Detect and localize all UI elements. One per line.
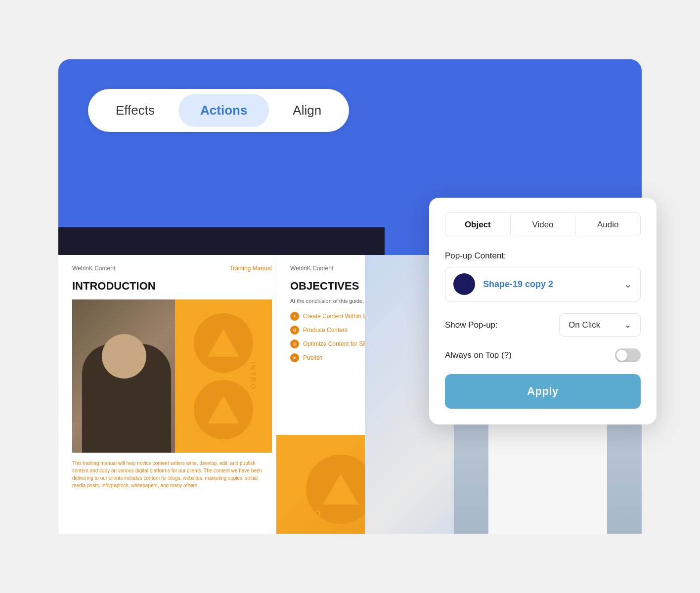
always-on-top-toggle[interactable] — [615, 348, 641, 362]
doc-training-label: Training Manual — [229, 265, 272, 272]
circle-triangle-top — [194, 313, 253, 373]
dropdown-chevron-icon: ⌄ — [624, 320, 631, 330]
shape-chevron-icon: ⌄ — [624, 278, 632, 290]
shape-select-text: Shape-19 copy 2 — [483, 279, 624, 290]
main-container: Effects Actions Align WeblnK Content Tra… — [58, 59, 642, 534]
show-popup-label: Show Pop-up: — [445, 320, 559, 330]
subtab-audio[interactable]: Audio — [575, 213, 640, 237]
triangle-shape-big — [323, 474, 358, 505]
shape-dot — [453, 273, 475, 295]
orange-pattern: INTRO — [175, 299, 272, 453]
intro-label: INTRO — [250, 362, 258, 391]
obj-icon-1: ✦ — [290, 312, 299, 321]
triangle-shape-bottom — [208, 396, 239, 424]
tab-align[interactable]: Align — [271, 94, 343, 127]
doc-intro-title: INTRODUCTION — [72, 280, 272, 293]
popup-content-label: Pop-up Content: — [445, 251, 641, 261]
subtab-video[interactable]: Video — [511, 213, 575, 237]
always-on-top-label: Always on Top (?) — [445, 350, 615, 360]
subtab-bar: Object Video Audio — [445, 212, 641, 237]
doc-right-webink-label: WeblnK Content — [290, 265, 333, 272]
document-area-left: WeblnK Content Training Manual INTRODUCT… — [58, 255, 385, 534]
photo-placeholder — [72, 299, 175, 453]
doc-page-left: WeblnK Content Training Manual INTRODUCT… — [58, 255, 286, 534]
popup-panel: Object Video Audio Pop-up Content: Shape… — [429, 198, 656, 424]
obj-icon-3: ◎ — [290, 339, 299, 348]
doc-header: WeblnK Content Training Manual — [72, 265, 272, 272]
tab-effects[interactable]: Effects — [94, 94, 176, 127]
doc-footer-text: This training manual will help novice co… — [72, 460, 272, 489]
dark-band — [58, 227, 385, 255]
always-on-top-row: Always on Top (?) — [445, 348, 641, 362]
subtab-object[interactable]: Object — [445, 213, 510, 237]
photo-person — [72, 299, 175, 453]
tab-actions[interactable]: Actions — [178, 94, 269, 127]
tab-bar: Effects Actions Align — [88, 89, 349, 132]
show-popup-value: On Click — [569, 320, 600, 330]
circle-triangle-bottom — [194, 380, 253, 439]
doc-webink-label: WeblnK Content — [72, 265, 115, 272]
triangle-shape-top — [208, 329, 239, 357]
apply-button[interactable]: Apply — [445, 374, 641, 409]
obj-icon-2: ⚙ — [290, 326, 299, 335]
show-popup-dropdown[interactable]: On Click ⌄ — [559, 313, 641, 337]
triangle-label: O — [314, 509, 321, 519]
shape-select-row[interactable]: Shape-19 copy 2 ⌄ — [445, 267, 641, 301]
doc-image-area: INTRO — [72, 299, 272, 453]
obj-icon-4: ➤ — [290, 353, 299, 362]
show-popup-row: Show Pop-up: On Click ⌄ — [445, 313, 641, 337]
